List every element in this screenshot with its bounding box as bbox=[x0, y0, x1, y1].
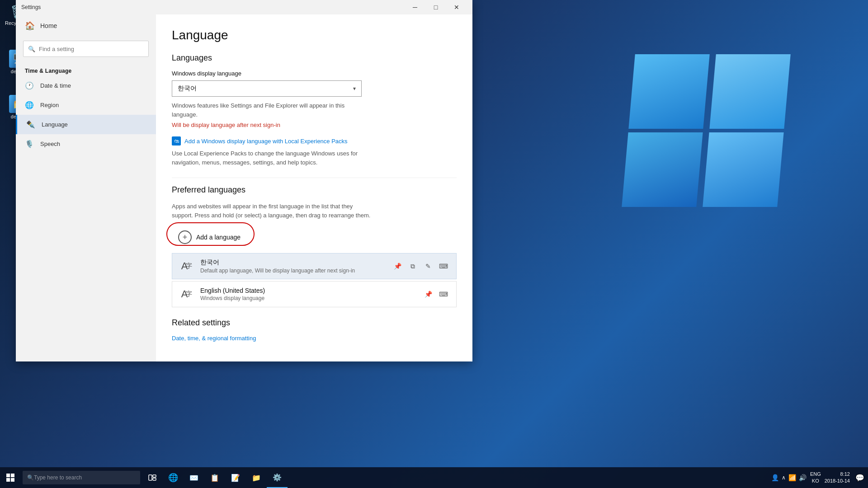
display-language-dropdown[interactable]: 한국어 ▾ bbox=[172, 80, 362, 97]
sidebar: 🏠 Home 🔍 Time & Language 🕐 Date & time 🌐… bbox=[16, 14, 156, 361]
start-button[interactable] bbox=[0, 467, 21, 488]
taskbar-word-icon[interactable]: 📝 bbox=[225, 467, 246, 488]
display-language-desc: Windows features like Settings and File … bbox=[172, 101, 371, 119]
notification-icon[interactable]: 💬 bbox=[855, 474, 864, 482]
title-bar-controls: ─ □ ✕ bbox=[405, 0, 467, 14]
tray-clock[interactable]: 8:12 2018-10-14 bbox=[825, 471, 850, 485]
wifi-icon[interactable]: 📶 bbox=[788, 474, 796, 481]
add-local-exp-row: 🛍 Add a Windows display language with Lo… bbox=[172, 136, 457, 145]
sidebar-item-speech[interactable]: 🎙️ Speech bbox=[16, 134, 156, 154]
english-keyboard-btn[interactable]: ⌨ bbox=[437, 288, 450, 300]
divider bbox=[172, 178, 457, 178]
settings-window: Settings ─ □ ✕ 🏠 Home 🔍 Time & Language … bbox=[16, 0, 472, 361]
taskbar-search-icon: 🔍 bbox=[27, 474, 34, 481]
search-icon: 🔍 bbox=[28, 46, 35, 52]
svg-rect-4 bbox=[149, 475, 152, 480]
english-lang-sub: Windows display language bbox=[200, 295, 422, 301]
clock-icon: 🕐 bbox=[25, 81, 34, 90]
store-icon: 🛍 bbox=[172, 136, 181, 145]
korean-lang-name: 한국어 bbox=[200, 258, 391, 267]
sidebar-item-date-time[interactable]: 🕐 Date & time bbox=[16, 76, 156, 95]
tray-icons: 👤 ∧ 📶 🔊 bbox=[771, 474, 807, 481]
add-local-exp-desc: Use Local Experience Packs to change the… bbox=[172, 149, 371, 167]
globe-icon: 🌐 bbox=[25, 101, 34, 109]
language-item-korean[interactable]: A字 한국어 Default app language, Will be dis… bbox=[172, 253, 457, 279]
english-lang-actions: 📌 ⌨ bbox=[422, 288, 450, 300]
dropdown-arrow-icon: ▾ bbox=[353, 85, 356, 92]
display-language-value: 한국어 bbox=[178, 84, 197, 93]
minimize-button[interactable]: ─ bbox=[405, 0, 425, 14]
svg-rect-0 bbox=[6, 474, 10, 477]
english-lang-icon: A字 bbox=[179, 286, 195, 302]
window-title: Settings bbox=[21, 4, 405, 10]
korean-copy-btn[interactable]: ⧉ bbox=[406, 260, 419, 272]
home-icon: 🏠 bbox=[25, 21, 35, 31]
svg-rect-2 bbox=[6, 478, 10, 482]
display-language-warning: Will be display language after next sign… bbox=[172, 122, 457, 128]
korean-lang-sub: Default app language, Will be display la… bbox=[200, 267, 391, 274]
add-language-label: Add a language bbox=[196, 234, 241, 241]
sidebar-item-label-date-time: Date & time bbox=[40, 82, 71, 89]
preferred-desc: Apps and websites will appear in the fir… bbox=[172, 202, 371, 220]
sidebar-item-language[interactable]: ✒️ Language bbox=[16, 115, 156, 134]
taskbar-folder-icon[interactable]: 📁 bbox=[246, 467, 267, 488]
korean-pin-btn[interactable]: 📌 bbox=[391, 260, 404, 272]
windows-logo bbox=[628, 54, 787, 212]
svg-rect-5 bbox=[153, 475, 156, 477]
maximize-button[interactable]: □ bbox=[425, 0, 446, 14]
volume-icon[interactable]: 🔊 bbox=[799, 474, 807, 481]
taskbar-search-label: Type here to search bbox=[34, 474, 82, 481]
main-content: Language Languages Windows display langu… bbox=[156, 14, 472, 361]
korean-lang-icon: A字 bbox=[179, 258, 195, 274]
sidebar-item-label-speech: Speech bbox=[40, 141, 60, 147]
close-button[interactable]: ✕ bbox=[446, 0, 467, 14]
taskbar-ie-icon[interactable]: 🌐 bbox=[163, 467, 184, 488]
tray-date-value: 2018-10-14 bbox=[825, 478, 850, 484]
taskbar: 🔍 Type here to search 🌐 ✉️ 📋 📝 📁 ⚙️ 👤 ∧ … bbox=[0, 467, 868, 488]
settings-body: 🏠 Home 🔍 Time & Language 🕐 Date & time 🌐… bbox=[16, 14, 472, 361]
mic-icon: 🎙️ bbox=[25, 140, 34, 148]
language-item-english[interactable]: A字 English (United States) Windows displ… bbox=[172, 281, 457, 307]
home-label: Home bbox=[40, 22, 57, 29]
svg-rect-3 bbox=[11, 478, 14, 482]
network-icon[interactable]: 👤 bbox=[771, 474, 779, 481]
tray-lang-ko: KO bbox=[810, 478, 821, 484]
svg-rect-1 bbox=[11, 474, 14, 477]
korean-lang-info: 한국어 Default app language, Will be displa… bbox=[200, 258, 391, 274]
taskbar-app-icons: 🌐 ✉️ 📋 📝 📁 ⚙️ bbox=[142, 467, 288, 488]
related-link-date-time[interactable]: Date, time, & regional formatting bbox=[172, 335, 256, 342]
page-title: Language bbox=[172, 28, 457, 42]
sidebar-home[interactable]: 🏠 Home bbox=[16, 14, 156, 37]
korean-edit-btn[interactable]: ✎ bbox=[422, 260, 434, 272]
display-language-label: Windows display language bbox=[172, 70, 457, 77]
taskbar-search[interactable]: 🔍 Type here to search bbox=[23, 471, 140, 484]
english-lang-info: English (United States) Windows display … bbox=[200, 287, 422, 301]
add-plus-icon: + bbox=[178, 230, 192, 244]
korean-lang-actions: 📌 ⧉ ✎ ⌨ bbox=[391, 260, 450, 272]
language-icon: ✒️ bbox=[26, 120, 35, 129]
related-settings-title: Related settings bbox=[172, 318, 457, 328]
korean-keyboard-btn[interactable]: ⌨ bbox=[437, 260, 450, 272]
add-language-button[interactable]: + Add a language bbox=[172, 226, 247, 249]
taskview-button[interactable] bbox=[142, 467, 163, 488]
tray-time-value: 8:12 bbox=[825, 471, 850, 478]
preferred-section-title: Preferred languages bbox=[172, 185, 457, 195]
tray-lang-eng: ENG bbox=[810, 471, 821, 478]
add-local-exp-link[interactable]: Add a Windows display language with Loca… bbox=[184, 138, 348, 145]
chevron-icon[interactable]: ∧ bbox=[782, 474, 786, 481]
taskbar-app3-icon[interactable]: 📋 bbox=[204, 467, 225, 488]
sidebar-item-label-language: Language bbox=[42, 121, 68, 128]
sidebar-search-container: 🔍 bbox=[23, 41, 149, 57]
sidebar-section-title: Time & Language bbox=[16, 64, 156, 76]
title-bar: Settings ─ □ ✕ bbox=[16, 0, 472, 14]
sidebar-item-region[interactable]: 🌐 Region bbox=[16, 95, 156, 115]
taskbar-settings-icon[interactable]: ⚙️ bbox=[267, 467, 288, 488]
related-settings-section: Related settings Date, time, & regional … bbox=[172, 318, 457, 342]
search-input[interactable] bbox=[39, 46, 144, 52]
english-pin-btn[interactable]: 📌 bbox=[422, 288, 434, 300]
svg-rect-6 bbox=[153, 478, 156, 480]
taskbar-mail-icon[interactable]: ✉️ bbox=[184, 467, 204, 488]
languages-section-title: Languages bbox=[172, 53, 457, 63]
sidebar-item-label-region: Region bbox=[40, 102, 59, 108]
tray-language-display[interactable]: ENG KO bbox=[810, 471, 821, 485]
